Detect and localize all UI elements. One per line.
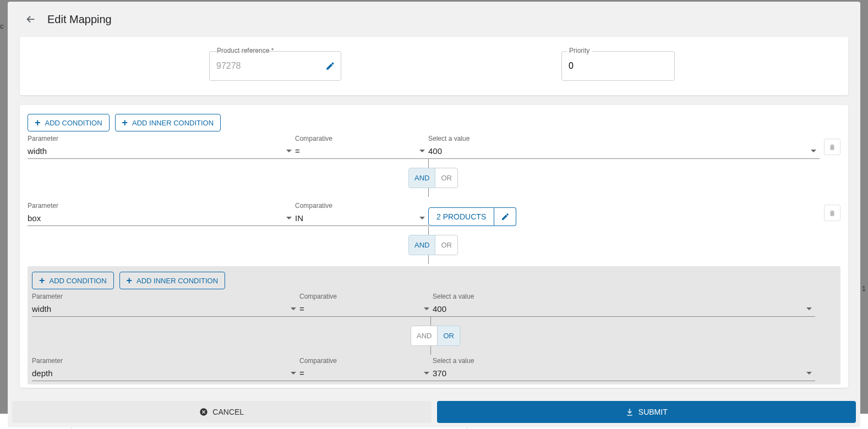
submit-button[interactable]: SUBMIT xyxy=(437,401,856,423)
comparative-select[interactable]: = xyxy=(299,366,433,381)
condition-row: Parameter box Comparative IN xyxy=(28,199,840,226)
logic-toggle[interactable]: AND OR xyxy=(411,326,460,346)
chevron-down-icon xyxy=(291,372,296,375)
parameter-value: box xyxy=(28,213,41,223)
product-reference-input[interactable]: 97278 xyxy=(209,51,341,81)
value-select[interactable]: 400 xyxy=(433,301,815,317)
comparative-select[interactable]: IN xyxy=(295,211,428,226)
chevron-down-icon xyxy=(806,307,812,310)
parameter-select[interactable]: width xyxy=(28,144,295,159)
add-condition-button[interactable]: + ADD CONDITION xyxy=(28,114,110,131)
chevron-down-icon xyxy=(811,150,816,152)
comparative-value: = xyxy=(299,304,304,314)
parameter-value: width xyxy=(28,146,47,156)
comparative-value: = xyxy=(295,146,300,156)
download-icon xyxy=(625,408,634,416)
dialog-footer: CANCEL SUBMIT xyxy=(8,394,860,427)
chevron-down-icon xyxy=(424,307,429,310)
and-toggle[interactable]: AND xyxy=(408,235,435,255)
value-label: Select a value xyxy=(433,357,815,365)
add-condition-label: ADD CONDITION xyxy=(50,277,107,285)
parameter-select[interactable]: box xyxy=(28,211,295,226)
dialog-title: Edit Mapping xyxy=(47,13,112,26)
add-condition-button[interactable]: + ADD CONDITION xyxy=(32,272,114,289)
chevron-down-icon xyxy=(286,150,292,152)
dialog-header: Edit Mapping xyxy=(8,2,860,37)
comparative-select[interactable]: = xyxy=(295,144,428,159)
parameter-value: depth xyxy=(32,369,53,378)
parameter-select[interactable]: width xyxy=(32,301,299,317)
or-toggle[interactable]: OR xyxy=(438,326,460,346)
product-reference-field: Product reference * 97278 xyxy=(209,51,341,81)
pencil-icon[interactable] xyxy=(325,61,335,71)
edit-mapping-dialog: Edit Mapping Product reference * 97278 P… xyxy=(8,2,860,427)
comparative-value: = xyxy=(299,369,304,378)
chevron-down-icon xyxy=(419,217,425,219)
parameter-label: Parameter xyxy=(32,293,299,300)
connector: AND OR xyxy=(428,226,840,264)
comparative-value: IN xyxy=(295,213,303,223)
parameter-select[interactable]: depth xyxy=(32,366,299,381)
priority-input-wrap[interactable] xyxy=(561,51,675,81)
parameter-value: width xyxy=(32,304,51,314)
add-inner-condition-button[interactable]: + ADD INNER CONDITION xyxy=(115,114,221,131)
cancel-label: CANCEL xyxy=(212,408,244,416)
parameter-label: Parameter xyxy=(28,202,295,210)
and-toggle[interactable]: AND xyxy=(408,168,435,188)
add-inner-condition-label: ADD INNER CONDITION xyxy=(132,119,214,127)
parameter-label: Parameter xyxy=(32,357,299,365)
priority-input[interactable] xyxy=(569,61,668,71)
comparative-label: Comparative xyxy=(295,202,428,210)
value-select[interactable]: 400 xyxy=(428,144,820,159)
chevron-down-icon xyxy=(286,217,292,219)
chevron-down-icon xyxy=(291,307,296,310)
value-text: 370 xyxy=(433,369,446,378)
delete-condition-button[interactable] xyxy=(824,139,840,155)
comparative-label: Comparative xyxy=(299,357,433,365)
value-text: 400 xyxy=(433,304,446,314)
chevron-down-icon xyxy=(419,150,425,152)
logic-toggle[interactable]: AND OR xyxy=(408,168,458,188)
value-label: Select a value xyxy=(433,293,815,300)
logic-toggle[interactable]: AND OR xyxy=(408,235,458,255)
close-circle-icon xyxy=(199,408,208,416)
add-inner-condition-button[interactable]: + ADD INNER CONDITION xyxy=(119,272,226,289)
comparative-label: Comparative xyxy=(295,135,428,142)
and-toggle[interactable]: AND xyxy=(411,326,438,346)
add-inner-condition-label: ADD INNER CONDITION xyxy=(137,277,218,285)
condition-row: Parameter depth Comparative = xyxy=(32,357,836,381)
comparative-label: Comparative xyxy=(299,293,433,300)
value-label: Select a value xyxy=(428,135,820,142)
condition-row: Parameter width Comparative = xyxy=(32,293,836,317)
bg-fragment-left: c xyxy=(0,22,4,30)
products-chip[interactable]: 2 PRODUCTS xyxy=(428,207,494,226)
parameter-label: Parameter xyxy=(28,135,295,142)
or-toggle[interactable]: OR xyxy=(435,168,458,188)
priority-label: Priority xyxy=(567,47,592,54)
chevron-down-icon xyxy=(424,372,429,375)
connector: AND OR xyxy=(428,159,840,197)
conditions-card: + ADD CONDITION + ADD INNER CONDITION Pa… xyxy=(20,105,848,388)
condition-row: Parameter width Comparative = Select a v… xyxy=(28,135,840,159)
product-reference-value: 97278 xyxy=(216,61,241,71)
value-select[interactable]: 370 xyxy=(433,366,815,381)
top-card: Product reference * 97278 Priority xyxy=(20,37,848,95)
chevron-down-icon xyxy=(806,372,812,375)
submit-label: SUBMIT xyxy=(638,408,668,416)
comparative-select[interactable]: = xyxy=(299,301,433,317)
back-arrow-icon[interactable] xyxy=(24,13,37,26)
cancel-button[interactable]: CANCEL xyxy=(12,401,432,423)
delete-condition-button[interactable] xyxy=(824,205,840,221)
inner-condition-block: + ADD CONDITION + ADD INNER CONDITION Pa… xyxy=(28,266,840,384)
value-text: 400 xyxy=(428,146,442,156)
add-condition-label: ADD CONDITION xyxy=(45,119,102,127)
or-toggle[interactable]: OR xyxy=(435,235,458,255)
edit-products-button[interactable] xyxy=(494,207,516,226)
priority-field: Priority xyxy=(561,51,675,81)
connector: AND OR xyxy=(430,317,836,355)
